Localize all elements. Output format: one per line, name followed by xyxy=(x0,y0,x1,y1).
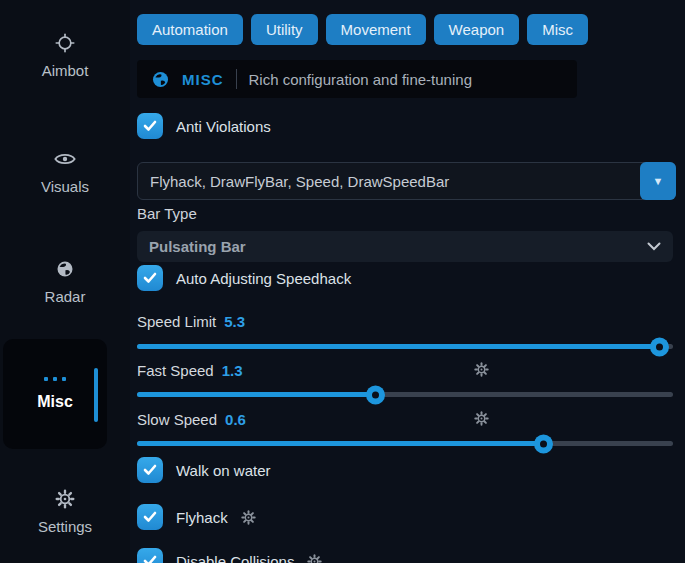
slow-speed-slider[interactable] xyxy=(137,441,673,446)
sidebar-item-visuals[interactable]: Visuals xyxy=(0,148,130,195)
globe-icon xyxy=(151,70,170,89)
ellipsis-icon xyxy=(44,377,66,381)
app-window: Aimbot Visuals Radar xyxy=(0,0,685,563)
slider-value: 1.3 xyxy=(222,362,243,379)
checkbox-label: Auto Adjusting Speedhack xyxy=(176,270,351,287)
slider-value: 5.3 xyxy=(224,313,245,330)
slider-fill xyxy=(137,441,544,446)
fast-speed-slider[interactable] xyxy=(137,392,673,397)
disable-collisions-checkbox[interactable] xyxy=(137,548,163,563)
sidebar: Aimbot Visuals Radar xyxy=(0,0,130,563)
active-accent-bar xyxy=(94,368,98,422)
eye-icon xyxy=(54,148,76,170)
check-icon xyxy=(143,272,157,284)
sidebar-item-label: Radar xyxy=(45,288,86,305)
multiselect-value: Flyhack, DrawFlyBar, Speed, DrawSpeedBar xyxy=(138,173,640,190)
tab-weapon[interactable]: Weapon xyxy=(434,14,520,45)
sidebar-item-label: Misc xyxy=(37,393,73,411)
section-title: MISC xyxy=(182,71,224,88)
bar-type-select[interactable]: Pulsating Bar xyxy=(137,231,673,262)
checkbox-row-anti-violations: Anti Violations xyxy=(137,113,271,139)
checkbox-row-auto-adjusting: Auto Adjusting Speedhack xyxy=(137,265,351,291)
auto-adjusting-checkbox[interactable] xyxy=(137,265,163,291)
slider-label-slow-speed: Slow Speed 0.6 xyxy=(137,411,673,428)
flyhack-gear-icon[interactable] xyxy=(241,510,256,525)
checkbox-label: Flyhack xyxy=(176,509,228,526)
tab-utility[interactable]: Utility xyxy=(251,14,318,45)
sidebar-item-label: Aimbot xyxy=(42,62,89,79)
slider-name: Fast Speed xyxy=(137,362,214,379)
slider-value: 0.6 xyxy=(225,411,246,428)
sidebar-item-misc-active[interactable]: Misc xyxy=(3,339,107,449)
slider-fill xyxy=(137,344,660,349)
slider-name: Slow Speed xyxy=(137,411,217,428)
sidebar-item-settings[interactable]: Settings xyxy=(0,488,130,535)
slow-speed-gear-icon[interactable] xyxy=(474,411,489,429)
sidebar-item-aimbot[interactable]: Aimbot xyxy=(0,32,130,79)
checkbox-row-flyhack: Flyhack xyxy=(137,504,256,530)
disable-collisions-gear-icon[interactable] xyxy=(307,554,322,563)
sidebar-item-label: Settings xyxy=(38,518,92,535)
checkbox-label: Disable Collisions xyxy=(176,553,294,563)
fast-speed-gear-icon[interactable] xyxy=(474,362,489,380)
slider-fill xyxy=(137,392,376,397)
section-subtitle: Rich configuration and fine-tuning xyxy=(249,71,472,88)
category-tabs: Automation Utility Movement Weapon Misc xyxy=(137,14,588,45)
section-header: MISC Rich configuration and fine-tuning xyxy=(137,60,577,98)
check-icon xyxy=(143,511,157,523)
flyhack-checkbox[interactable] xyxy=(137,504,163,530)
slider-label-fast-speed: Fast Speed 1.3 xyxy=(137,362,673,379)
tab-movement[interactable]: Movement xyxy=(326,14,426,45)
tab-misc[interactable]: Misc xyxy=(527,14,588,45)
speed-limit-slider[interactable] xyxy=(137,344,673,349)
chevron-down-icon xyxy=(647,242,661,251)
slider-thumb[interactable] xyxy=(650,337,669,356)
multiselect-dropdown-button[interactable]: ▼ xyxy=(640,162,676,200)
sidebar-item-radar[interactable]: Radar xyxy=(0,258,130,305)
flags-multiselect[interactable]: Flyhack, DrawFlyBar, Speed, DrawSpeedBar… xyxy=(137,162,676,200)
divider xyxy=(236,69,237,89)
crosshair-icon xyxy=(55,32,75,54)
slider-name: Speed Limit xyxy=(137,313,216,330)
slider-thumb[interactable] xyxy=(366,385,385,404)
check-icon xyxy=(143,120,157,132)
main-panel: Automation Utility Movement Weapon Misc … xyxy=(137,0,685,563)
slider-label-speed-limit: Speed Limit 5.3 xyxy=(137,313,673,330)
checkbox-label: Walk on water xyxy=(176,462,270,479)
check-icon xyxy=(143,555,157,563)
select-value: Pulsating Bar xyxy=(149,238,246,255)
anti-violations-checkbox[interactable] xyxy=(137,113,163,139)
bar-type-label: Bar Type xyxy=(137,205,197,222)
checkbox-row-disable-collisions: Disable Collisions xyxy=(137,548,322,563)
caret-down-icon: ▼ xyxy=(653,175,664,187)
gear-icon xyxy=(55,488,75,510)
checkbox-row-walk-on-water: Walk on water xyxy=(137,457,270,483)
checkbox-label: Anti Violations xyxy=(176,118,271,135)
globe-icon xyxy=(55,258,75,280)
sidebar-item-label: Visuals xyxy=(41,178,89,195)
slider-thumb[interactable] xyxy=(534,434,553,453)
check-icon xyxy=(143,464,157,476)
tab-automation[interactable]: Automation xyxy=(137,14,243,45)
walk-on-water-checkbox[interactable] xyxy=(137,457,163,483)
